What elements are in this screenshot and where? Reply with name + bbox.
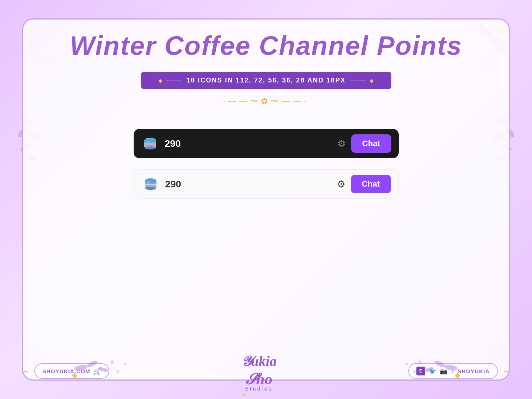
svg-point-57 xyxy=(147,181,150,183)
coffee-icon-light xyxy=(141,175,160,193)
banner-diamond-left: ◆ xyxy=(158,78,162,84)
banner: ◆ ——· 10 ICONS IN 112, 72, 56, 36, 28 AN… xyxy=(141,72,391,89)
brand-sho: 𝒮ho xyxy=(245,371,272,388)
points-light: 290 xyxy=(165,179,331,190)
svg-rect-44 xyxy=(144,144,156,144)
svg-point-42 xyxy=(144,139,156,142)
banner-line-left: ——· xyxy=(166,76,183,85)
svg-point-59 xyxy=(149,186,150,187)
brand-star-1: ✦ xyxy=(241,392,246,399)
svg-point-48 xyxy=(149,145,150,146)
svg-point-69 xyxy=(434,360,446,368)
svg-point-65 xyxy=(110,360,114,364)
svg-point-46 xyxy=(147,141,149,142)
coffee-icon-dark xyxy=(141,134,159,153)
page-title: Winter Coffee Channel Points xyxy=(31,31,501,61)
brand-yukia: 𝒴ukia xyxy=(241,353,277,369)
svg-point-58 xyxy=(147,186,148,187)
title-area: Winter Coffee Channel Points xyxy=(23,20,509,66)
svg-rect-54 xyxy=(145,185,156,187)
svg-point-49 xyxy=(151,145,152,146)
svg-rect-55 xyxy=(145,184,156,185)
svg-point-68 xyxy=(444,364,458,371)
svg-point-63 xyxy=(86,360,98,368)
svg-point-71 xyxy=(418,360,422,364)
svg-point-50 xyxy=(153,145,154,146)
svg-rect-43 xyxy=(144,144,156,146)
svg-point-53 xyxy=(145,179,156,183)
svg-point-66 xyxy=(116,370,119,373)
banner-diamond-right: ◆ xyxy=(370,78,374,84)
chat-bar-light: 290 ⚙ Chat xyxy=(134,169,399,199)
banner-text: 10 ICONS IN 112, 72, 56, 36, 28 AND 18PX xyxy=(186,77,346,84)
svg-point-60 xyxy=(151,186,152,187)
svg-point-64 xyxy=(98,367,109,373)
footer-brand: 𝒴ukia 𝒮ho Studios ✦ xyxy=(241,350,277,392)
chat-button-dark[interactable]: Chat xyxy=(351,134,391,153)
svg-point-56 xyxy=(145,187,156,190)
arrow-left-icon: ← xyxy=(22,367,29,375)
gear-icon-light[interactable]: ⚙ xyxy=(337,179,345,190)
subtitle-deco: ·——〜✿〜——· xyxy=(23,96,509,107)
brand-name: 𝒴ukia 𝒮ho xyxy=(241,350,277,387)
banner-container: ◆ ——· 10 ICONS IN 112, 72, 56, 36, 28 AN… xyxy=(23,68,509,93)
banner-line-right: ·—— xyxy=(349,76,366,85)
chat-button-light[interactable]: Chat xyxy=(351,175,391,193)
svg-point-67 xyxy=(124,363,127,366)
svg-point-61 xyxy=(154,186,155,187)
main-card: Winter Coffee Channel Points ◆ ——· 10 IC… xyxy=(22,18,510,381)
arrow-right-icon: → xyxy=(503,367,510,375)
content-area: 290 ⚙ Chat xyxy=(23,129,509,199)
gear-icon-dark[interactable]: ⚙ xyxy=(337,138,346,149)
svg-point-62 xyxy=(74,364,88,371)
svg-point-45 xyxy=(145,146,155,149)
chat-bar-dark: 290 ⚙ Chat xyxy=(134,129,399,158)
points-dark: 290 xyxy=(165,138,332,149)
svg-point-47 xyxy=(147,145,148,146)
bottom-right-floral xyxy=(366,357,458,379)
social-handle: SHOYUKIA xyxy=(458,368,490,374)
svg-point-73 xyxy=(405,363,408,366)
bottom-left-floral xyxy=(74,357,166,379)
brand-studios: Studios xyxy=(241,386,277,392)
svg-point-70 xyxy=(423,367,434,373)
svg-point-72 xyxy=(413,370,416,373)
background: ◆ ◆ ✦ ✦ ✿ ✿ ✿ Winter Coffee Channel Poin… xyxy=(0,0,532,399)
